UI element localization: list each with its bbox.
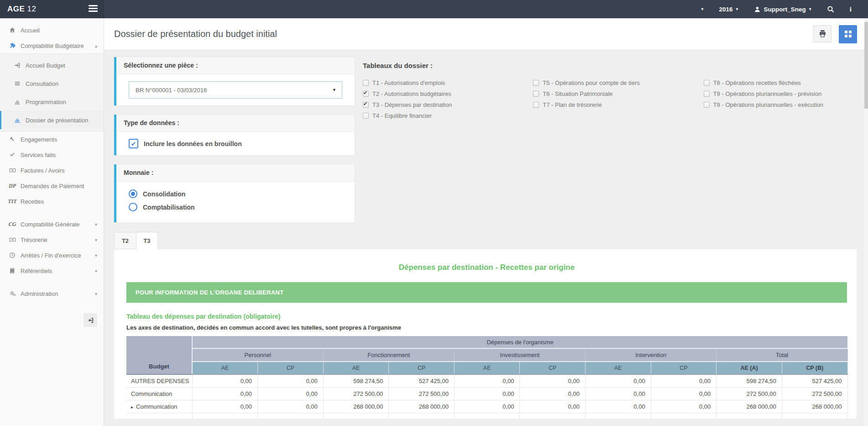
table-span-header: Dépenses de l'organisme: [192, 336, 847, 348]
column-group-intervention: Intervention: [586, 348, 716, 362]
deliberant-banner: POUR INFORMATION DE L'ORGANE DELIBERANT: [126, 282, 847, 303]
checkbox-t5-op-rations-pour-compte-de-tiers[interactable]: T5 - Opérations pour compte de tiers: [533, 77, 703, 88]
piece-panel-label: Sélectionnez une pièce :: [116, 57, 355, 74]
checkbox-t4-equilibre-financier[interactable]: T4 - Equilibre financier: [363, 110, 533, 121]
menu-toggle-icon[interactable]: [89, 5, 98, 13]
checkbox-label: T3 - Dépenses par destination: [372, 101, 452, 108]
checkbox-t3-d-penses-par-destination[interactable]: T3 - Dépenses par destination: [363, 99, 533, 110]
row-value: [520, 413, 586, 419]
row-label[interactable]: ▸Communication: [126, 400, 192, 413]
sidebar-item-demandes-de-paiement[interactable]: DPDemandes de Paiement: [0, 178, 104, 194]
sidebar-item-arr-t-s-fin-d-exercice[interactable]: Arrêtés / Fin d'exercice▾: [0, 247, 104, 263]
sidebar-item-comptabilit-g-n-rale[interactable]: CGComptabilité Générale▾: [0, 216, 104, 232]
include-draft-label: Inclure les données en brouillon: [144, 140, 242, 147]
sidebar-item-comptabilit-budg-taire[interactable]: Comptabilité Budgétaire▴: [0, 38, 104, 53]
column-header-cp-3: CP: [389, 362, 455, 374]
page-header: Dossier de présentation du budget initia…: [104, 18, 868, 50]
print-button[interactable]: [813, 25, 831, 42]
column-group-total: Total: [716, 348, 847, 362]
row-value: 0,00: [192, 374, 258, 387]
checkbox-t9-op-rations-pluriannuelles-ex-cution[interactable]: T9 - Opérations pluriannuelles - exécuti…: [704, 99, 868, 110]
row-value: [454, 413, 520, 419]
search-icon[interactable]: [827, 5, 834, 13]
chevron-down-icon: ▾: [95, 253, 97, 258]
sidebar-item-label: Trésorerie: [21, 237, 47, 243]
include-draft-checkbox[interactable]: ✔: [129, 139, 138, 148]
sidebar-item-label: Référentiels: [21, 268, 52, 274]
checkbox-icon: [533, 80, 539, 86]
column-header-ae-0: AE: [192, 362, 258, 374]
checkbox-t8-op-rations-recettes-fl-ch-es[interactable]: T8 - Opérations recettes fléchées: [704, 77, 868, 88]
checkbox-t6-situation-patrimoniale[interactable]: T6 - Situation Patrimoniale: [533, 88, 703, 99]
tab-t2[interactable]: T2: [114, 232, 136, 249]
checkbox-icon: [363, 80, 369, 86]
row-value: 268 000,00: [389, 400, 455, 413]
sidebar-item-label: Demandes de Paiement: [21, 183, 84, 189]
row-value: 0,00: [192, 400, 258, 413]
sidebar-item-tr-sorerie[interactable]: Trésorerie▾: [0, 232, 104, 247]
sidebar-item-consultation[interactable]: Consultation: [0, 74, 104, 93]
checkbox-label: T8 - Opérations recettes fléchées: [713, 79, 801, 86]
sidebar-item-r-f-rentiels[interactable]: Référentiels▾: [0, 263, 104, 279]
dossier-tables-section: Tableaux du dossier : T1 - Autorisations…: [363, 57, 868, 121]
info-icon[interactable]: i: [850, 5, 852, 13]
row-label: Communication: [126, 387, 192, 400]
sidebar-item-programmation[interactable]: Programmation: [0, 93, 104, 111]
page-title: Dossier de présentation du budget initia…: [114, 29, 277, 39]
t3-sheet: Dépenses par destination - Recettes par …: [114, 249, 857, 419]
text-icon-dp: DP: [7, 183, 18, 189]
row-value: 0,00: [651, 400, 716, 413]
row-label: AUTRES DEPENSES: [126, 374, 192, 387]
user-icon: [754, 6, 761, 13]
row-value: 0,00: [651, 374, 716, 387]
sidebar-item-recettes[interactable]: TITRecettes: [0, 194, 104, 209]
piece-select[interactable]: BR N°000001 - 03/03/2016 ▼: [129, 81, 342, 99]
sidebar-item-services-faits[interactable]: Services faits: [0, 147, 104, 163]
row-value: 0,00: [651, 387, 716, 400]
page-content: Sélectionnez une pièce : BR N°000001 - 0…: [104, 50, 868, 426]
year-selector[interactable]: 2016▾: [719, 6, 738, 13]
row-expander-icon[interactable]: ▸: [131, 405, 133, 410]
row-value: [586, 413, 651, 419]
checkbox-t7-plan-de-tr-sorerie[interactable]: T7 - Plan de trésorerie: [533, 99, 703, 110]
sidebar-item-label: Comptabilité Générale: [21, 221, 79, 228]
sidebar-item-accueil[interactable]: Accueil: [0, 22, 104, 38]
checkbox-t9-op-rations-pluriannuelles-pr-vision[interactable]: T9 - Opérations pluriannuelles - prévisi…: [704, 88, 868, 99]
sidebar-item-label: Services faits: [21, 152, 56, 158]
grid-icon: [845, 31, 852, 37]
sidebar-item-label: Administration: [21, 290, 58, 297]
sidebar-item-accueil-budget[interactable]: Accueil Budget: [0, 56, 104, 74]
topbar-caret-dropdown[interactable]: ▾: [701, 7, 703, 11]
currency-panel-label: Monnaie :: [116, 164, 355, 182]
row-value: 0,00: [454, 400, 520, 413]
checkbox-t2-autorisations-budg-taires[interactable]: T2 - Autorisations budgétaires: [363, 88, 533, 99]
app-title: AGE 12: [7, 5, 37, 14]
row-value: 272 500,00: [782, 387, 847, 400]
radio-consolidation[interactable]: Consolidation: [129, 189, 342, 198]
checkbox-label: T9 - Opérations pluriannuelles - exécuti…: [713, 101, 823, 108]
radio-comptabilisation[interactable]: Comptabilisation: [129, 203, 342, 211]
tab-t3[interactable]: T3: [136, 232, 158, 249]
sidebar-item-administration[interactable]: Administration▾: [0, 286, 104, 301]
column-header-ae-6: AE: [586, 362, 651, 374]
radio-label: Consolidation: [143, 190, 185, 198]
sidebar-collapse-button[interactable]: [84, 313, 97, 327]
scrollbar-thumb[interactable]: [864, 22, 868, 109]
user-menu[interactable]: Support_Sneg▾: [754, 6, 811, 13]
sidebar-item-engagements[interactable]: Engagements: [0, 131, 104, 147]
row-value: [323, 413, 389, 419]
sidebar-item-label: Dossier de présentation: [26, 117, 88, 124]
checkbox-label: T9 - Opérations pluriannuelles - prévisi…: [713, 90, 822, 97]
list-icon: [12, 80, 23, 87]
checkbox-label: T6 - Situation Patrimoniale: [543, 90, 612, 97]
sidebar-item-dossier-de-pr-sentation[interactable]: Dossier de présentation: [0, 111, 104, 129]
page-scrollbar[interactable]: [864, 18, 868, 426]
sidebar-item-label: Consultation: [26, 80, 58, 87]
dashboard-grid-button[interactable]: [839, 25, 857, 43]
checkbox-t1-autorisations-d-emplois[interactable]: T1 - Autorisations d'emplois: [363, 77, 533, 88]
row-value: 527 425,00: [389, 374, 455, 387]
row-value: 0,00: [258, 387, 324, 400]
sidebar-item-factures-avoirs[interactable]: Factures / Avoirs: [0, 163, 104, 178]
topbar-right: ▾ 2016▾ Support_Sneg▾ i: [701, 0, 868, 18]
chevron-down-icon: ▼: [332, 88, 336, 92]
